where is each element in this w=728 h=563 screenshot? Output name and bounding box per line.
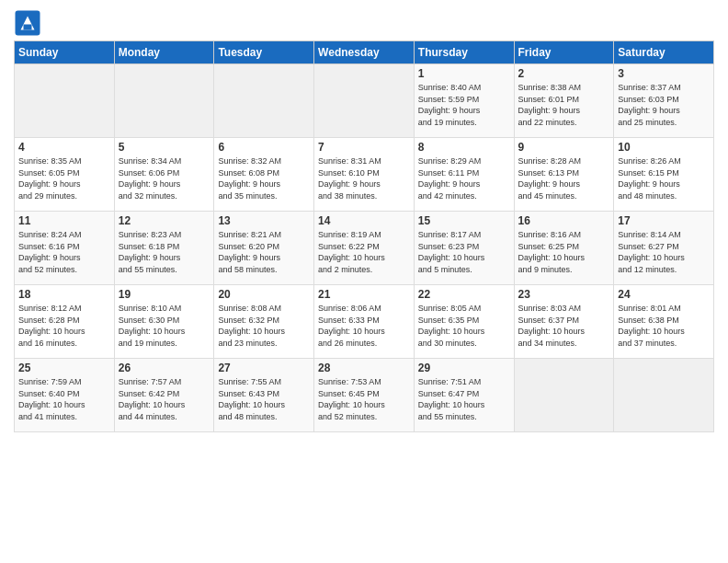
calendar-cell: 28Sunrise: 7:53 AM Sunset: 6:45 PM Dayli…: [314, 359, 415, 432]
calendar-cell: 22Sunrise: 8:05 AM Sunset: 6:35 PM Dayli…: [414, 285, 514, 359]
day-header-sunday: Sunday: [15, 41, 115, 64]
day-number: 8: [418, 141, 510, 154]
day-number: 12: [119, 214, 210, 227]
day-info: Sunrise: 8:40 AM Sunset: 5:59 PM Dayligh…: [418, 82, 510, 128]
calendar-cell: 10Sunrise: 8:26 AM Sunset: 6:15 PM Dayli…: [614, 138, 714, 212]
calendar-cell: 26Sunrise: 7:57 AM Sunset: 6:42 PM Dayli…: [114, 359, 214, 432]
day-info: Sunrise: 7:51 AM Sunset: 6:47 PM Dayligh…: [418, 376, 510, 422]
day-number: 7: [318, 141, 410, 154]
day-number: 10: [618, 141, 710, 154]
calendar-table: SundayMondayTuesdayWednesdayThursdayFrid…: [14, 40, 714, 432]
day-number: 13: [218, 214, 310, 227]
day-header-tuesday: Tuesday: [214, 41, 314, 64]
day-info: Sunrise: 8:12 AM Sunset: 6:28 PM Dayligh…: [18, 303, 110, 349]
day-info: Sunrise: 8:21 AM Sunset: 6:20 PM Dayligh…: [218, 229, 310, 275]
day-info: Sunrise: 8:26 AM Sunset: 6:15 PM Dayligh…: [618, 155, 710, 201]
day-info: Sunrise: 8:08 AM Sunset: 6:32 PM Dayligh…: [218, 303, 310, 349]
calendar-cell: [114, 64, 214, 138]
day-info: Sunrise: 8:35 AM Sunset: 6:05 PM Dayligh…: [18, 155, 110, 201]
calendar-cell: 17Sunrise: 8:14 AM Sunset: 6:27 PM Dayli…: [614, 212, 714, 285]
week-row-5: 25Sunrise: 7:59 AM Sunset: 6:40 PM Dayli…: [15, 359, 714, 432]
calendar-cell: 20Sunrise: 8:08 AM Sunset: 6:32 PM Dayli…: [214, 285, 314, 359]
day-number: 9: [518, 141, 610, 154]
calendar-cell: 6Sunrise: 8:32 AM Sunset: 6:08 PM Daylig…: [214, 138, 314, 212]
logo: [14, 9, 45, 37]
header-row: SundayMondayTuesdayWednesdayThursdayFrid…: [15, 41, 714, 64]
day-info: Sunrise: 8:14 AM Sunset: 6:27 PM Dayligh…: [618, 229, 710, 275]
day-number: 25: [18, 362, 110, 374]
calendar-cell: [614, 359, 714, 432]
calendar-cell: 11Sunrise: 8:24 AM Sunset: 6:16 PM Dayli…: [15, 212, 115, 285]
calendar-cell: 1Sunrise: 8:40 AM Sunset: 5:59 PM Daylig…: [414, 64, 514, 138]
header: [14, 9, 714, 37]
day-info: Sunrise: 8:16 AM Sunset: 6:25 PM Dayligh…: [518, 229, 610, 275]
day-info: Sunrise: 8:03 AM Sunset: 6:37 PM Dayligh…: [518, 303, 610, 349]
day-info: Sunrise: 8:24 AM Sunset: 6:16 PM Dayligh…: [18, 229, 110, 275]
day-info: Sunrise: 8:01 AM Sunset: 6:38 PM Dayligh…: [618, 303, 710, 349]
day-number: 29: [418, 362, 510, 374]
calendar-cell: 8Sunrise: 8:29 AM Sunset: 6:11 PM Daylig…: [414, 138, 514, 212]
day-info: Sunrise: 8:23 AM Sunset: 6:18 PM Dayligh…: [119, 229, 210, 275]
day-number: 2: [518, 67, 610, 80]
day-info: Sunrise: 8:37 AM Sunset: 6:03 PM Dayligh…: [618, 82, 710, 128]
day-header-wednesday: Wednesday: [314, 41, 415, 64]
calendar-cell: 24Sunrise: 8:01 AM Sunset: 6:38 PM Dayli…: [614, 285, 714, 359]
calendar-cell: [314, 64, 415, 138]
day-number: 4: [18, 141, 110, 154]
day-number: 1: [418, 67, 510, 80]
day-info: Sunrise: 8:38 AM Sunset: 6:01 PM Dayligh…: [518, 82, 610, 128]
day-number: 23: [518, 288, 610, 301]
day-number: 16: [518, 214, 610, 227]
day-number: 15: [418, 214, 510, 227]
day-number: 27: [218, 362, 310, 374]
day-header-saturday: Saturday: [614, 41, 714, 64]
calendar-cell: 4Sunrise: 8:35 AM Sunset: 6:05 PM Daylig…: [15, 138, 115, 212]
day-info: Sunrise: 7:55 AM Sunset: 6:43 PM Dayligh…: [218, 376, 310, 422]
logo-icon: [14, 9, 41, 37]
day-number: 19: [119, 288, 210, 301]
day-info: Sunrise: 8:10 AM Sunset: 6:30 PM Dayligh…: [119, 303, 210, 349]
calendar-cell: 27Sunrise: 7:55 AM Sunset: 6:43 PM Dayli…: [214, 359, 314, 432]
day-info: Sunrise: 8:32 AM Sunset: 6:08 PM Dayligh…: [218, 155, 310, 201]
calendar-cell: 7Sunrise: 8:31 AM Sunset: 6:10 PM Daylig…: [314, 138, 415, 212]
day-info: Sunrise: 7:59 AM Sunset: 6:40 PM Dayligh…: [18, 376, 110, 422]
day-number: 6: [218, 141, 310, 154]
svg-rect-2: [24, 25, 32, 30]
calendar-cell: 3Sunrise: 8:37 AM Sunset: 6:03 PM Daylig…: [614, 64, 714, 138]
calendar-cell: 15Sunrise: 8:17 AM Sunset: 6:23 PM Dayli…: [414, 212, 514, 285]
day-number: 24: [618, 288, 710, 301]
calendar-cell: 12Sunrise: 8:23 AM Sunset: 6:18 PM Dayli…: [114, 212, 214, 285]
page: SundayMondayTuesdayWednesdayThursdayFrid…: [0, 0, 728, 442]
calendar-cell: [214, 64, 314, 138]
week-row-1: 1Sunrise: 8:40 AM Sunset: 5:59 PM Daylig…: [15, 64, 714, 138]
day-number: 28: [318, 362, 410, 374]
day-number: 18: [18, 288, 110, 301]
day-info: Sunrise: 8:17 AM Sunset: 6:23 PM Dayligh…: [418, 229, 510, 275]
day-number: 11: [18, 214, 110, 227]
calendar-cell: 29Sunrise: 7:51 AM Sunset: 6:47 PM Dayli…: [414, 359, 514, 432]
week-row-4: 18Sunrise: 8:12 AM Sunset: 6:28 PM Dayli…: [15, 285, 714, 359]
day-header-thursday: Thursday: [414, 41, 514, 64]
day-info: Sunrise: 8:28 AM Sunset: 6:13 PM Dayligh…: [518, 155, 610, 201]
day-number: 14: [318, 214, 410, 227]
day-header-friday: Friday: [514, 41, 614, 64]
day-number: 26: [119, 362, 210, 374]
day-info: Sunrise: 8:34 AM Sunset: 6:06 PM Dayligh…: [119, 155, 210, 201]
day-header-monday: Monday: [114, 41, 214, 64]
calendar-cell: 16Sunrise: 8:16 AM Sunset: 6:25 PM Dayli…: [514, 212, 614, 285]
calendar-cell: 13Sunrise: 8:21 AM Sunset: 6:20 PM Dayli…: [214, 212, 314, 285]
calendar-cell: 25Sunrise: 7:59 AM Sunset: 6:40 PM Dayli…: [15, 359, 115, 432]
day-info: Sunrise: 7:53 AM Sunset: 6:45 PM Dayligh…: [318, 376, 410, 422]
day-number: 22: [418, 288, 510, 301]
day-number: 17: [618, 214, 710, 227]
day-info: Sunrise: 8:31 AM Sunset: 6:10 PM Dayligh…: [318, 155, 410, 201]
day-number: 20: [218, 288, 310, 301]
calendar-cell: 23Sunrise: 8:03 AM Sunset: 6:37 PM Dayli…: [514, 285, 614, 359]
calendar-cell: 9Sunrise: 8:28 AM Sunset: 6:13 PM Daylig…: [514, 138, 614, 212]
calendar-header: SundayMondayTuesdayWednesdayThursdayFrid…: [15, 41, 714, 64]
calendar-cell: 18Sunrise: 8:12 AM Sunset: 6:28 PM Dayli…: [15, 285, 115, 359]
day-info: Sunrise: 8:19 AM Sunset: 6:22 PM Dayligh…: [318, 229, 410, 275]
calendar-cell: [514, 359, 614, 432]
day-info: Sunrise: 8:05 AM Sunset: 6:35 PM Dayligh…: [418, 303, 510, 349]
week-row-2: 4Sunrise: 8:35 AM Sunset: 6:05 PM Daylig…: [15, 138, 714, 212]
